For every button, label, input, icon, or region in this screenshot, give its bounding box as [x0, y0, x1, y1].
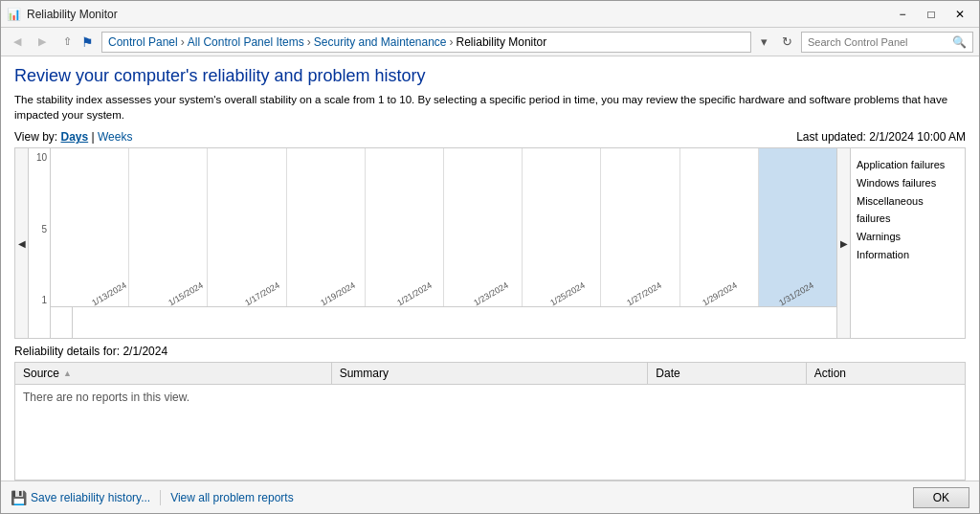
breadcrumb-dropdown-button[interactable]: ▾ — [755, 32, 772, 53]
bottom-bar: 💾 Save reliability history... View all p… — [1, 480, 979, 513]
legend-warnings: Warnings — [857, 228, 959, 246]
close-button[interactable]: ✕ — [947, 5, 973, 24]
chart-container: ◀ 10 5 1 — [14, 147, 966, 339]
window-title: Reliability Monitor — [27, 8, 889, 21]
legend-application-failures: Application failures — [857, 156, 959, 174]
table-header: Source ▲ Summary Date Action — [15, 363, 965, 385]
y-label-10: 10 — [36, 152, 47, 163]
save-icon: 💾 — [11, 490, 27, 505]
footer-separator — [160, 490, 161, 505]
breadcrumb-security[interactable]: Security and Maintenance — [314, 35, 447, 49]
col-date: Date — [648, 363, 806, 384]
sort-source-icon[interactable]: ▲ — [63, 369, 72, 378]
page-description: The stability index assesses your system… — [14, 92, 966, 123]
chart-dates: 1/13/2024 1/15/2024 1/17/2024 1/19/2024 … — [72, 307, 836, 338]
nav-flag-icon: ⚑ — [81, 34, 94, 50]
search-box: 🔍 — [801, 32, 973, 53]
window-controls: − □ ✕ — [889, 5, 973, 24]
chart-main: 10 5 1 — [29, 148, 836, 338]
view-by-controls: View by: Days | Weeks — [14, 130, 132, 144]
legend-miscellaneous-failures: Miscellaneous failures — [857, 192, 959, 228]
search-icon: 🔍 — [952, 35, 967, 49]
page-title: Review your computer's reliability and p… — [14, 66, 966, 86]
chart-legend: Application failures Windows failures Mi… — [850, 148, 965, 338]
breadcrumb-all-items[interactable]: All Control Panel Items — [188, 35, 304, 49]
legend-information: Information — [857, 246, 959, 264]
chart-plot-wrapper: 10 5 1 — [29, 148, 836, 338]
breadcrumb-control-panel[interactable]: Control Panel — [108, 35, 178, 49]
col-action: Action — [807, 363, 965, 384]
y-label-1: 1 — [41, 295, 47, 305]
window-icon: 📊 — [7, 8, 21, 21]
details-header: Reliability details for: 2/1/2024 — [14, 345, 966, 358]
ok-button[interactable]: OK — [913, 487, 969, 508]
title-bar: 📊 Reliability Monitor − □ ✕ — [1, 1, 979, 28]
details-table: Source ▲ Summary Date Action There are n… — [14, 362, 966, 480]
col-source: Source ▲ — [15, 363, 332, 384]
address-bar: ◀ ▶ ⇧ ⚑ Control Panel › All Control Pane… — [1, 28, 979, 56]
chart-y-labels: 10 5 1 — [29, 148, 50, 309]
search-input[interactable] — [808, 36, 948, 48]
chart-plot-area: 1/13/2024 1/15/2024 1/17/2024 1/19/2024 … — [50, 148, 836, 338]
main-window: 📊 Reliability Monitor − □ ✕ ◀ ▶ ⇧ ⚑ Cont… — [0, 0, 980, 514]
back-button[interactable]: ◀ — [7, 32, 28, 53]
col-summary: Summary — [332, 363, 649, 384]
view-weeks-link[interactable]: Weeks — [98, 130, 132, 144]
save-history-link[interactable]: Save reliability history... — [31, 491, 150, 504]
chart-left-arrow[interactable]: ◀ — [15, 148, 29, 338]
view-days-link[interactable]: Days — [60, 130, 88, 144]
forward-button[interactable]: ▶ — [32, 32, 53, 53]
up-button[interactable]: ⇧ — [56, 32, 78, 53]
restore-button[interactable]: □ — [918, 5, 945, 24]
last-updated: Last updated: 2/1/2024 10:00 AM — [796, 130, 966, 144]
minimize-button[interactable]: − — [889, 5, 916, 24]
table-empty-message: There are no reports in this view. — [15, 385, 965, 410]
view-by-row: View by: Days | Weeks Last updated: 2/1/… — [14, 130, 966, 144]
view-by-label: View by: — [14, 130, 57, 144]
y-label-5: 5 — [41, 224, 47, 235]
breadcrumb: Control Panel › All Control Panel Items … — [101, 32, 751, 53]
legend-windows-failures: Windows failures — [857, 174, 959, 192]
view-reports-link[interactable]: View all problem reports — [170, 491, 294, 504]
breadcrumb-current: Reliability Monitor — [457, 35, 547, 49]
refresh-button[interactable]: ↻ — [776, 32, 797, 53]
main-content: Review your computer's reliability and p… — [1, 56, 979, 480]
chart-right-arrow[interactable]: ▶ — [836, 148, 850, 338]
